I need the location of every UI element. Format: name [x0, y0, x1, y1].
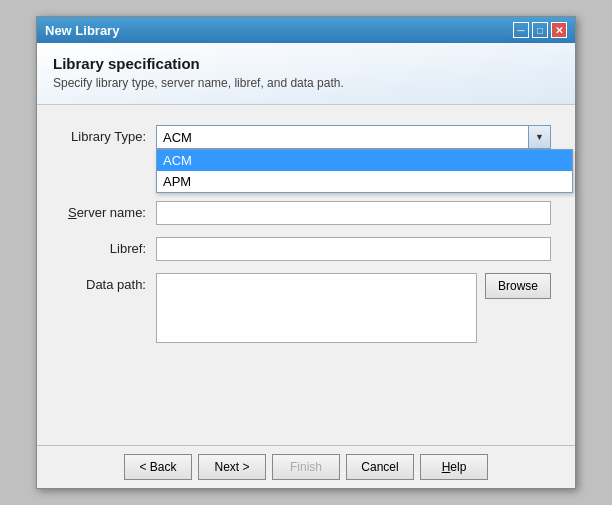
header-description: Specify library type, server name, libre…	[53, 76, 559, 90]
finish-button[interactable]: Finish	[272, 454, 340, 480]
libref-row: Libref:	[61, 237, 551, 261]
footer: < Back Next > Finish Cancel Help	[37, 445, 575, 488]
header-title: Library specification	[53, 55, 559, 72]
title-bar: New Library ─ □ ✕	[37, 17, 575, 43]
data-path-label: Data path:	[61, 273, 156, 292]
form-content: Library Type: ▼ ACM APM Server name:	[37, 105, 575, 445]
browse-button[interactable]: Browse	[485, 273, 551, 299]
maximize-button[interactable]: □	[532, 22, 548, 38]
finish-label: Finish	[290, 460, 322, 474]
back-button[interactable]: < Back	[124, 454, 192, 480]
data-path-row: Data path: Browse	[61, 273, 551, 343]
cancel-label: Cancel	[361, 460, 398, 474]
libref-label: Libref:	[61, 237, 156, 256]
libref-input[interactable]	[156, 237, 551, 261]
dialog-window: New Library ─ □ ✕ Library specification …	[36, 16, 576, 489]
library-type-label: Library Type:	[61, 125, 156, 144]
title-bar-controls: ─ □ ✕	[513, 22, 567, 38]
help-label: Help	[442, 460, 467, 474]
next-button[interactable]: Next >	[198, 454, 266, 480]
dropdown-arrow-button[interactable]: ▼	[529, 125, 551, 149]
server-name-label: Server name:	[61, 201, 156, 220]
server-name-label-text: Server name:	[68, 205, 146, 220]
next-label: Next >	[214, 460, 249, 474]
help-button[interactable]: Help	[420, 454, 488, 480]
server-name-row: Server name:	[61, 201, 551, 225]
dropdown-option-apm[interactable]: APM	[157, 171, 572, 192]
back-label: < Back	[139, 460, 176, 474]
dropdown-option-acm[interactable]: ACM	[157, 150, 572, 171]
minimize-button[interactable]: ─	[513, 22, 529, 38]
library-type-dropdown-container: ▼ ACM APM	[156, 125, 551, 149]
library-type-control: ▼ ACM APM	[156, 125, 551, 149]
header-section: Library specification Specify library ty…	[37, 43, 575, 105]
server-name-control	[156, 201, 551, 225]
libref-control	[156, 237, 551, 261]
library-type-dropdown-popup: ACM APM	[156, 149, 573, 193]
close-button[interactable]: ✕	[551, 22, 567, 38]
cancel-button[interactable]: Cancel	[346, 454, 414, 480]
server-name-input[interactable]	[156, 201, 551, 225]
data-path-input[interactable]	[156, 273, 477, 343]
library-type-row: Library Type: ▼ ACM APM	[61, 125, 551, 149]
library-type-input[interactable]	[156, 125, 529, 149]
window-title: New Library	[45, 23, 119, 38]
